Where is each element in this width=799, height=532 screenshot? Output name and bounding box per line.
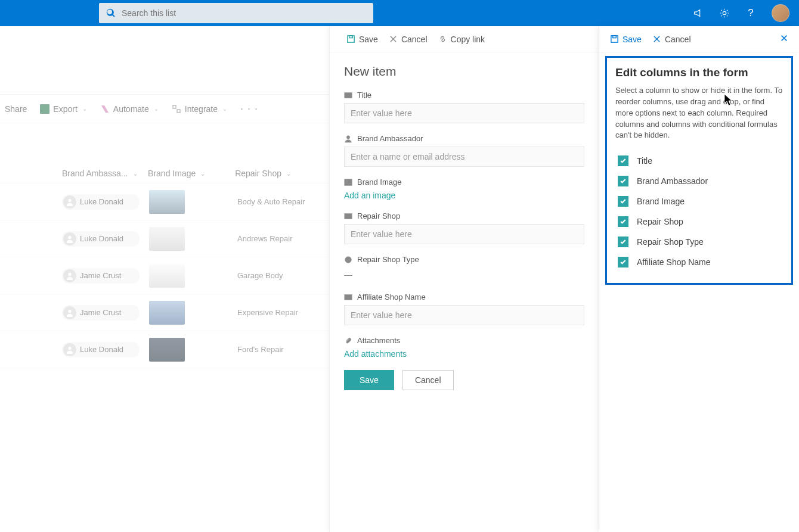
megaphone-icon[interactable] [693,8,704,18]
title-input[interactable] [344,103,584,123]
edit-columns-panel: Save Cancel Edit columns in the form Sel… [599,26,799,532]
link-icon [438,35,447,43]
svg-point-8 [68,346,71,349]
column-name: Title [637,156,652,166]
svg-point-7 [68,309,71,312]
checkbox-checked[interactable] [618,237,628,247]
svg-rect-19 [613,36,617,38]
chevron-down-icon: ⌄ [133,170,138,177]
person-pill[interactable]: Jamie Crust [62,305,140,321]
panel-save-button[interactable]: Save [346,35,378,44]
column-name: Repair Shop Type [637,237,704,247]
more-button[interactable]: · · · [240,102,258,115]
checkbox-checked[interactable] [618,176,628,186]
column-toggle-row[interactable]: Repair Shop Type [615,232,783,252]
copy-link-button[interactable]: Copy link [438,35,485,44]
svg-rect-17 [345,294,352,300]
car-thumbnail [149,264,185,288]
person-name: Jamie Crust [80,271,121,280]
user-avatar[interactable] [772,4,789,22]
person-pill[interactable]: Luke Donald [62,194,140,210]
person-name: Luke Donald [80,234,123,243]
person-name: Luke Donald [80,345,123,354]
list-background: Share Export⌄ Automate⌄ Integrate⌄ · · ·… [0,26,329,532]
integrate-button[interactable]: Integrate⌄ [172,104,227,114]
checkbox-checked[interactable] [618,257,628,267]
close-panel-button[interactable] [780,34,788,45]
new-item-panel: Save Cancel Copy link New item Title Bra… [329,26,599,532]
person-avatar-icon [63,343,76,356]
person-name: Luke Donald [80,197,123,206]
panel-cancel-button[interactable]: Cancel [389,35,428,44]
new-item-toolbar: Save Cancel Copy link [330,26,599,52]
close-icon [652,35,661,43]
close-icon [780,34,788,42]
table-row[interactable]: Jamie Crust Expensive Repair [0,294,329,331]
svg-rect-1 [40,104,49,114]
svg-rect-3 [177,110,180,113]
car-thumbnail [149,338,185,362]
command-bar: Share Export⌄ Automate⌄ Integrate⌄ · · · [0,95,329,123]
choice-icon [344,256,352,264]
column-toggle-row[interactable]: Affiliate Shop Name [615,252,783,272]
affiliate-input[interactable] [344,305,584,325]
svg-rect-9 [348,36,354,42]
export-button[interactable]: Export⌄ [40,104,86,114]
checkbox-checked[interactable] [618,216,628,227]
column-toggle-row[interactable]: Repair Shop [615,211,783,232]
column-header-shop[interactable]: Repair Shop⌄ [235,169,329,178]
ambassador-input[interactable] [344,147,584,167]
person-name: Jamie Crust [80,308,121,317]
repair-shop-type-value[interactable]: — [344,267,584,282]
shop-cell: Expensive Repair [237,308,298,317]
edit-save-button[interactable]: Save [610,35,642,44]
form-save-button[interactable]: Save [344,370,394,390]
field-label-image: Brand Image [357,178,401,186]
person-pill[interactable]: Luke Donald [62,342,140,357]
search-box[interactable] [99,3,373,23]
app-header: ? [0,0,799,26]
repair-shop-input[interactable] [344,224,584,244]
add-attachments-link[interactable]: Add attachments [344,349,407,359]
column-name: Brand Ambassador [637,176,708,186]
integrate-icon [172,104,181,114]
save-icon [346,35,355,43]
svg-rect-10 [349,36,353,38]
svg-point-6 [68,272,71,275]
svg-point-12 [346,135,349,138]
person-pill[interactable]: Jamie Crust [62,268,140,284]
chevron-down-icon: ⌄ [200,170,205,177]
edit-cancel-button[interactable]: Cancel [652,35,691,44]
table-row[interactable]: Luke Donald Ford's Repair [0,331,329,368]
checkbox-checked[interactable] [618,196,628,207]
table-row[interactable]: Luke Donald Andrews Repair [0,220,329,257]
edit-columns-toolbar: Save Cancel [599,26,799,52]
column-header-image[interactable]: Brand Image⌄ [148,169,235,178]
field-label-title: Title [357,91,371,99]
table-row[interactable]: Jamie Crust Garage Body [0,257,329,294]
automate-button[interactable]: Automate⌄ [100,104,159,114]
share-button[interactable]: Share [5,104,27,114]
person-avatar-icon [63,195,76,209]
column-name: Affiliate Shop Name [637,257,710,267]
column-name: Brand Image [637,197,685,206]
svg-rect-2 [173,105,176,108]
gear-icon[interactable] [719,8,730,18]
person-pill[interactable]: Luke Donald [62,231,140,247]
person-avatar-icon [63,232,76,245]
save-icon [610,35,619,43]
edit-columns-title: Edit columns in the form [615,66,783,79]
svg-rect-13 [345,179,352,185]
table-row[interactable]: Luke Donald Body & Auto Repair [0,183,329,220]
column-toggle-row[interactable]: Brand Ambassador [615,171,783,191]
help-icon[interactable]: ? [745,8,756,18]
checkbox-checked[interactable] [618,155,628,166]
form-cancel-button[interactable]: Cancel [402,370,454,390]
text-icon [344,212,352,220]
add-image-link[interactable]: Add an image [344,191,395,200]
column-toggle-row[interactable]: Brand Image [615,191,783,211]
search-input[interactable] [122,8,366,18]
column-toggle-row[interactable]: Title [615,151,783,171]
flow-icon [100,104,110,114]
column-header-ambassador[interactable]: Brand Ambassa...⌄ [62,169,148,178]
